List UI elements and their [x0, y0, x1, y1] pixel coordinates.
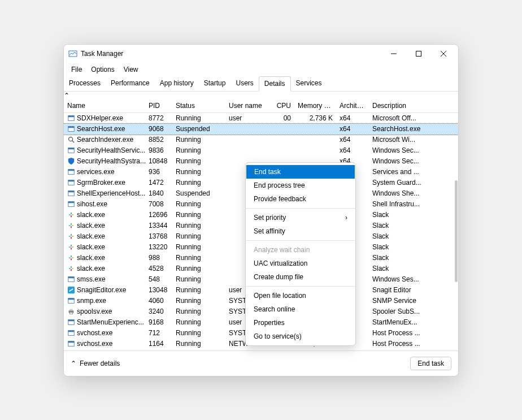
menu-view[interactable]: View	[120, 64, 142, 75]
svg-rect-51	[69, 309, 72, 311]
process-pid: 9068	[145, 125, 172, 133]
process-icon	[67, 265, 75, 272]
process-description: Microsoft Wi...	[369, 136, 458, 144]
process-status: Running	[172, 114, 225, 122]
menu-end-process-tree[interactable]: End process tree	[246, 179, 355, 192]
process-name: spoolsv.exe	[77, 308, 112, 315]
menu-properties[interactable]: Properties	[246, 316, 355, 330]
process-status: Running	[172, 329, 225, 337]
svg-rect-58	[68, 341, 75, 343]
tab-performance[interactable]: Performance	[106, 76, 155, 91]
fewer-details-toggle[interactable]: ⌃ Fewer details	[71, 360, 120, 367]
svg-rect-25	[69, 225, 71, 226]
header-user[interactable]: User name	[225, 102, 272, 110]
process-status: Running	[172, 254, 225, 262]
tab-startup[interactable]: Startup	[199, 76, 231, 91]
process-pid: 13768	[145, 232, 172, 240]
menu-set-priority[interactable]: Set priority›	[246, 211, 355, 224]
close-button[interactable]	[431, 45, 456, 63]
svg-rect-49	[68, 298, 75, 300]
tab-processes[interactable]: Processes	[64, 76, 106, 91]
table-row[interactable]: SearchHost.exe9068Suspendedx64SearchHost…	[64, 124, 458, 135]
tab-services[interactable]: Services	[291, 76, 327, 91]
end-task-button[interactable]: End task	[410, 357, 451, 370]
menu-end-task[interactable]: End task	[246, 165, 355, 179]
process-status: Running	[172, 168, 225, 176]
process-icon	[67, 275, 75, 283]
process-name: slack.exe	[77, 243, 105, 251]
menu-go-to-services[interactable]: Go to service(s)	[246, 330, 355, 343]
fewer-details-label: Fewer details	[80, 360, 120, 367]
tab-details[interactable]: Details	[259, 76, 291, 92]
table-row[interactable]: SecurityHealthServic...9836Runningx64Win…	[64, 145, 458, 156]
header-pid[interactable]: PID	[145, 102, 172, 110]
process-status: Running	[172, 275, 225, 283]
titlebar: Task Manager	[64, 45, 458, 63]
process-pid: 8772	[145, 114, 172, 122]
svg-rect-22	[72, 214, 74, 215]
svg-rect-39	[71, 256, 72, 258]
process-description: Host Process ...	[369, 340, 458, 348]
process-icon	[67, 222, 75, 230]
process-pid: 9836	[145, 146, 172, 154]
process-cpu: 00	[272, 114, 294, 122]
svg-rect-36	[71, 248, 72, 250]
menu-file[interactable]: File	[67, 64, 86, 75]
header-cpu[interactable]: CPU	[272, 102, 294, 110]
svg-rect-32	[71, 237, 72, 239]
footer: ⌃ Fewer details End task	[64, 350, 458, 376]
svg-rect-8	[68, 127, 75, 128]
menu-uac-virtualization[interactable]: UAC virtualization	[246, 257, 355, 270]
header-status[interactable]: Status	[172, 102, 225, 110]
process-status: Running	[172, 179, 225, 187]
scrollbar-thumb[interactable]	[455, 180, 458, 282]
process-pid: 1472	[145, 179, 172, 187]
header-description[interactable]: Description	[369, 102, 458, 110]
process-icon	[67, 286, 75, 294]
process-icon	[67, 340, 75, 348]
menu-provide-feedback[interactable]: Provide feedback	[246, 192, 355, 206]
process-icon	[67, 254, 75, 262]
process-pid: 9168	[145, 318, 172, 326]
process-description: Slack	[369, 254, 458, 262]
menu-open-file-location[interactable]: Open file location	[246, 289, 355, 302]
svg-rect-27	[71, 223, 72, 226]
minimize-button[interactable]	[381, 45, 406, 63]
svg-rect-24	[71, 215, 72, 218]
context-menu: End task End process tree Provide feedba…	[245, 162, 356, 346]
tab-app-history[interactable]: App history	[155, 76, 199, 91]
process-description: System Guard...	[369, 179, 458, 187]
process-pid: 13048	[145, 286, 172, 294]
tab-users[interactable]: Users	[230, 76, 258, 91]
menu-search-online[interactable]: Search online	[246, 302, 355, 316]
process-arch: x64	[336, 114, 369, 122]
menu-create-dump-file[interactable]: Create dump file	[246, 270, 355, 284]
process-name: sihost.exe	[77, 200, 107, 208]
process-pid: 10848	[145, 157, 172, 165]
process-description: Windows Ses...	[369, 275, 458, 283]
header-memory[interactable]: Memory (a...	[294, 102, 336, 110]
process-icon	[67, 211, 75, 219]
header-name[interactable]: Name	[64, 102, 145, 110]
process-name: SearchIndexer.exe	[77, 136, 133, 144]
process-icon	[67, 125, 75, 133]
menu-set-affinity[interactable]: Set affinity	[246, 224, 355, 238]
process-icon	[67, 329, 75, 337]
table-row[interactable]: SDXHelper.exe8772Runninguser002,736 Kx64…	[64, 113, 458, 124]
svg-rect-34	[72, 246, 74, 248]
header-arch[interactable]: Archite...	[336, 102, 369, 110]
task-manager-window: Task Manager File Options View Processes…	[63, 44, 459, 376]
process-description: Slack	[369, 211, 458, 219]
process-icon	[67, 243, 75, 251]
process-status: Running	[172, 136, 225, 144]
process-name: SearchHost.exe	[77, 125, 125, 133]
table-row[interactable]: svchost.exe1212RunningSYSTEM001,148 Kx64…	[64, 349, 458, 350]
menu-options[interactable]: Options	[87, 64, 118, 75]
process-icon	[67, 308, 75, 315]
maximize-button[interactable]	[406, 45, 431, 63]
process-name: svchost.exe	[77, 340, 112, 348]
process-description: Slack	[369, 232, 458, 240]
table-row[interactable]: SearchIndexer.exe8852Runningx64Microsoft…	[64, 135, 458, 145]
process-status: Running	[172, 308, 225, 315]
process-icon	[67, 297, 75, 305]
